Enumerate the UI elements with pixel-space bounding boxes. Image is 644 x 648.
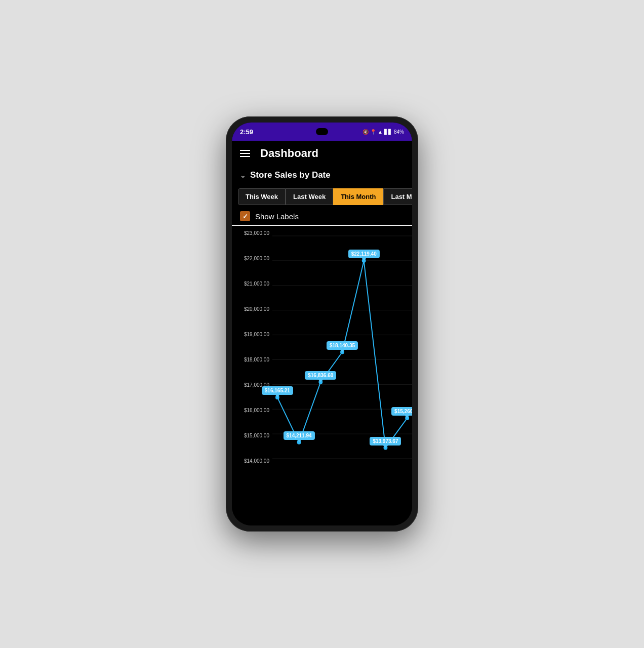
y-label-5: $18,000.00	[232, 357, 269, 362]
chart-wrapper: $23,000.00 $22,000.00 $21,000.00 $20,000…	[232, 226, 412, 469]
y-label-9: $14,000.00	[232, 459, 269, 464]
battery-text: 84%	[394, 129, 404, 135]
y-axis: $23,000.00 $22,000.00 $21,000.00 $20,000…	[232, 226, 272, 469]
y-label-2: $21,000.00	[232, 281, 269, 287]
y-label-7: $16,000.00	[232, 408, 269, 413]
tab-this-week[interactable]: This Week	[238, 188, 286, 205]
app-content: Dashboard ⌄ Store Sales by Date This Wee…	[232, 141, 412, 525]
signal-icon: ▋▋	[384, 129, 392, 135]
data-label-6: $15,260.90	[391, 407, 412, 416]
y-label-1: $22,000.00	[232, 256, 269, 261]
tab-last-week[interactable]: Last Week	[286, 188, 333, 205]
data-label-5: $13,973.67	[370, 436, 401, 445]
y-label-4: $19,000.00	[232, 332, 269, 337]
tab-row: This Week Last Week This Month Last Mont…	[232, 188, 412, 205]
y-label-3: $20,000.00	[232, 307, 269, 312]
chevron-down-icon[interactable]: ⌄	[240, 171, 246, 179]
data-label-2: $16,836.60	[305, 371, 336, 380]
tab-last-month[interactable]: Last Month	[383, 188, 412, 205]
status-bar: 2:59 🔇 📍 ▲ ▋▋ 84%	[232, 123, 412, 141]
status-time: 2:59	[240, 128, 253, 136]
page-title: Dashboard	[260, 147, 318, 160]
section-title: Store Sales by Date	[250, 170, 331, 180]
show-labels-checkbox[interactable]: ✓	[240, 211, 250, 221]
y-label-8: $15,000.00	[232, 433, 269, 438]
status-icons: 🔇 📍 ▲ ▋▋ 84%	[363, 129, 404, 135]
data-label-4: $22,119.40	[348, 250, 380, 258]
chart-svg-area: $16,165.21$14,211.94$16,836.60$18,140.35…	[272, 226, 412, 469]
camera-notch	[316, 128, 328, 135]
phone-frame: 2:59 🔇 📍 ▲ ▋▋ 84% Dashboard	[226, 116, 418, 532]
wifi-icon: ▲	[378, 129, 383, 135]
menu-button[interactable]	[240, 150, 250, 157]
phone-screen: 2:59 🔇 📍 ▲ ▋▋ 84% Dashboard	[232, 123, 412, 525]
show-labels-row: ✓ Show Labels	[232, 207, 412, 225]
check-icon: ✓	[243, 213, 248, 220]
data-label-0: $16,165.21	[262, 386, 293, 395]
location-icon: 📍	[370, 129, 376, 135]
data-label-3: $18,140.35	[327, 341, 358, 349]
tab-this-month[interactable]: This Month	[333, 188, 383, 205]
top-bar: Dashboard	[232, 141, 412, 166]
section-header: ⌄ Store Sales by Date	[232, 166, 412, 184]
show-labels-label: Show Labels	[255, 212, 299, 221]
mute-icon: 🔇	[363, 129, 369, 135]
data-label-1: $14,211.94	[284, 431, 315, 440]
y-label-0: $23,000.00	[232, 231, 269, 236]
